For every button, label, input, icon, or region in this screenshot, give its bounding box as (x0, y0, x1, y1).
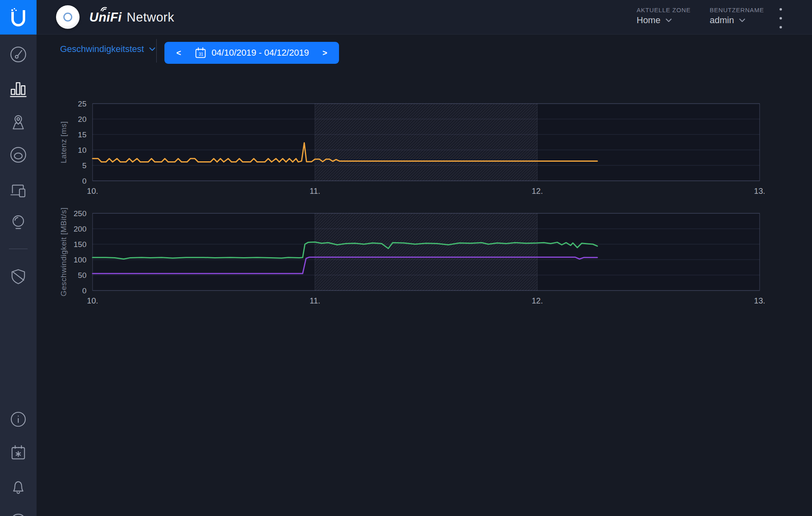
y-tick-label: 100 (73, 256, 86, 264)
username-value: admin (710, 15, 734, 26)
ubiquiti-logo[interactable] (0, 0, 37, 35)
date-range-text: 04/10/2019 - 04/12/2019 (212, 48, 309, 58)
unifi-network-app: { "app": { "brand_primary": "UniFi", "br… (0, 0, 812, 516)
info-icon (9, 410, 28, 429)
y-tick-label: 200 (73, 225, 86, 233)
y-tick-label: 15 (78, 130, 86, 139)
x-tick-label: 12. (531, 296, 543, 305)
user-selector[interactable]: admin (710, 15, 764, 26)
y-axis-label: Latenz [ms] (59, 121, 68, 163)
y-tick-label: 0 (82, 286, 86, 295)
map-icon (9, 113, 28, 131)
sidebar-item-info[interactable] (9, 410, 28, 429)
calendar-icon: 31 (194, 47, 207, 59)
sidebar-item-dashboard[interactable] (9, 45, 28, 64)
zone-selector[interactable]: Home (637, 15, 691, 26)
app-title: UniFi Network (89, 0, 174, 35)
x-tick-label: 13. (754, 296, 765, 305)
zone-selector-group: AKTUELLE ZONE Home (637, 7, 691, 26)
zone-value: Home (637, 15, 661, 26)
settings-partial-icon (9, 511, 28, 516)
prev-range-button[interactable]: < (164, 48, 193, 58)
clients-icon (9, 181, 28, 199)
sidebar-item-events[interactable] (9, 443, 28, 462)
sidebar-item-more[interactable] (9, 511, 28, 516)
dashboard-icon (9, 45, 28, 64)
x-tick-label: 10. (87, 296, 98, 305)
y-tick-label: 20 (78, 115, 86, 124)
chevron-down-icon (665, 18, 672, 22)
sidebar-item-devices[interactable] (9, 145, 28, 164)
sidebar-divider (9, 249, 28, 249)
speed-chart-svg: 05010015020025010.11.12.13.Geschwindigke… (49, 207, 771, 313)
alerts-bell-icon (9, 477, 28, 496)
ubiquiti-u-icon (7, 6, 30, 29)
date-range-picker[interactable]: < 31 04/10/2019 - 04/12/2019 > (164, 42, 339, 64)
x-tick-label: 12. (531, 186, 543, 195)
next-range-button[interactable]: > (311, 48, 339, 58)
sidebar-item-map[interactable] (9, 113, 28, 131)
date-range-display: 31 04/10/2019 - 04/12/2019 (193, 47, 311, 59)
x-tick-label: 11. (310, 296, 320, 305)
toolbar-divider (156, 39, 157, 63)
y-tick-label: 50 (78, 271, 86, 280)
threat-shield-icon (9, 267, 28, 286)
chevron-down-icon (739, 18, 745, 22)
kebab-dot (780, 26, 782, 28)
sidebar-item-threat-management[interactable] (9, 267, 28, 286)
ap-led-ring (63, 13, 72, 22)
statistics-icon (9, 79, 28, 98)
wifi-arcs-icon (99, 5, 109, 12)
latency-chart-svg: 051015202510.11.12.13.Latenz [ms] (49, 98, 771, 203)
events-calendar-icon (9, 443, 28, 462)
speed-chart: 05010015020025010.11.12.13.Geschwindigke… (49, 207, 771, 313)
section-dropdown-label: Geschwindigkeitstest (60, 44, 144, 54)
y-tick-label: 0 (82, 177, 86, 185)
devices-icon (9, 145, 28, 164)
kebab-dot (780, 8, 782, 11)
zone-label: AKTUELLE ZONE (637, 7, 691, 13)
highlight-band-hatch (315, 213, 538, 291)
username-label: BENUTZERNAME (710, 7, 764, 13)
y-tick-label: 250 (73, 209, 86, 218)
sidebar-item-alerts[interactable] (9, 477, 28, 496)
y-tick-label: 25 (78, 100, 86, 108)
x-tick-label: 10. (87, 186, 98, 195)
sidebar-item-statistics[interactable] (9, 79, 28, 98)
user-selector-group: BENUTZERNAME admin (710, 7, 764, 26)
y-tick-label: 10 (78, 146, 86, 154)
x-tick-label: 11. (310, 186, 320, 195)
brand-unifi-text: UniFi (89, 10, 122, 24)
y-axis-label: Geschwindigkeit [MBit/s] (59, 208, 68, 297)
brand-unifi: UniFi (89, 10, 122, 25)
highlight-band-hatch (315, 104, 538, 181)
section-dropdown[interactable]: Geschwindigkeitstest (60, 44, 155, 54)
y-tick-label: 5 (82, 161, 86, 170)
latency-chart: 051015202510.11.12.13.Latenz [ms] (49, 98, 771, 203)
x-tick-label: 13. (754, 186, 765, 195)
sidebar-item-clients[interactable] (9, 181, 28, 199)
toolbar: Geschwindigkeitstest < 31 04/10/2019 - 0… (37, 35, 812, 67)
app-header: UniFi Network AKTUELLE ZONE Home BENUTZE… (37, 0, 812, 35)
y-tick-label: 150 (73, 240, 86, 249)
kebab-dot (780, 17, 782, 20)
insights-icon (9, 212, 28, 231)
sidebar-item-insights[interactable] (9, 212, 28, 231)
chevron-down-icon (149, 47, 155, 51)
brand-network-text: Network (127, 10, 174, 25)
calendar-day-text: 31 (199, 52, 204, 56)
overflow-menu-button[interactable] (775, 8, 787, 28)
unifi-ap-device-image (56, 5, 80, 29)
sidebar (0, 0, 37, 516)
